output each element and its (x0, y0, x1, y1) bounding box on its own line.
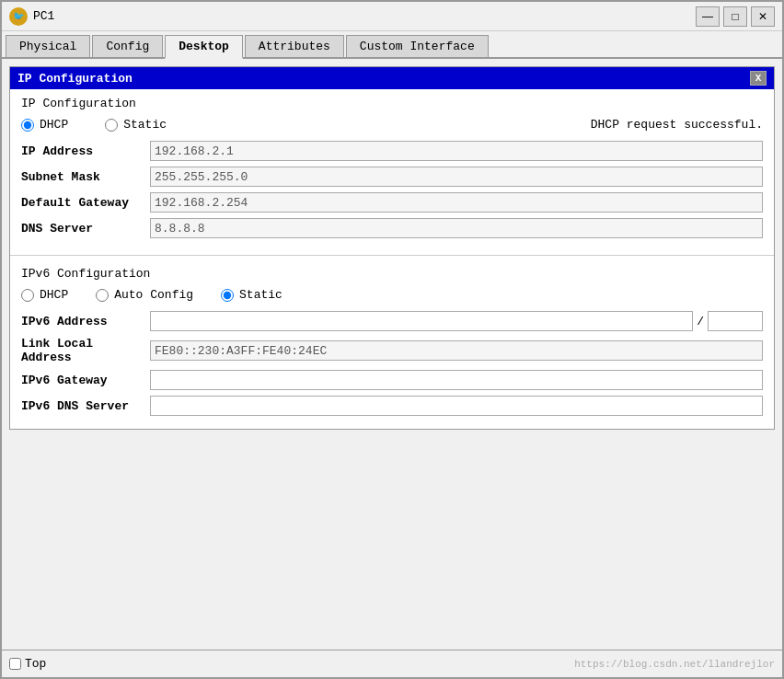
dns-server-row: DNS Server (21, 218, 763, 238)
ipv6-section: IPv6 Configuration DHCP Auto Config Stat… (10, 259, 774, 429)
ip-address-label: IP Address (21, 144, 150, 158)
default-gateway-input[interactable] (150, 192, 763, 213)
dhcp-label: DHCP (40, 118, 68, 132)
watermark: https://blog.csdn.net/llandrejlor (574, 659, 775, 670)
maximize-button[interactable]: □ (723, 6, 747, 27)
ipv6-dns-input[interactable] (150, 396, 763, 416)
ipv6-prefix-input[interactable] (708, 311, 763, 331)
window-controls: — □ ✕ (696, 6, 775, 27)
ipv6-dns-label: IPv6 DNS Server (21, 399, 150, 413)
window-title: PC1 (33, 9, 696, 23)
ipv6-address-label: IPv6 Address (21, 315, 150, 328)
dhcp-radio[interactable] (21, 119, 34, 132)
subnet-mask-row: Subnet Mask (21, 167, 763, 187)
title-bar: 🐦 PC1 — □ ✕ (2, 2, 782, 31)
static-label: Static (123, 118, 167, 132)
ipv6-address-input[interactable] (150, 311, 693, 331)
tab-custom-interface[interactable]: Custom Interface (346, 35, 489, 57)
ipv6-gateway-input[interactable] (150, 370, 763, 390)
panel-title: IP Configuration (17, 72, 133, 86)
tab-bar: Physical Config Desktop Attributes Custo… (2, 31, 782, 59)
main-window: 🐦 PC1 — □ ✕ Physical Config Desktop Attr… (0, 0, 784, 679)
default-gateway-row: Default Gateway (21, 192, 763, 213)
link-local-row: Link Local Address (21, 337, 763, 364)
dns-server-input[interactable] (150, 218, 763, 238)
subnet-mask-input[interactable] (150, 167, 763, 187)
link-local-input[interactable] (150, 340, 763, 361)
link-local-label: Link Local Address (21, 337, 150, 364)
ipv4-section: IP Configuration DHCP Static DHCP reques… (10, 89, 774, 251)
ipv6-dns-row: IPv6 DNS Server (21, 396, 763, 416)
dhcp-radio-label[interactable]: DHCP (21, 118, 68, 132)
bottom-bar: Top https://blog.csdn.net/llandrejlor (2, 650, 782, 677)
default-gateway-label: Default Gateway (21, 196, 150, 210)
static-radio-label[interactable]: Static (105, 118, 167, 132)
app-icon: 🐦 (9, 7, 28, 26)
ipv6-static-radio-label[interactable]: Static (221, 288, 282, 302)
static-radio[interactable] (105, 119, 118, 132)
section-divider (10, 255, 774, 256)
subnet-mask-label: Subnet Mask (21, 170, 150, 184)
ipv6-radio-row: DHCP Auto Config Static (21, 288, 763, 302)
ipv6-static-radio[interactable] (221, 289, 234, 302)
panel-close-button[interactable]: X (750, 71, 767, 86)
ipv6-auto-label: Auto Config (114, 288, 193, 302)
minimize-button[interactable]: — (696, 6, 720, 27)
top-label: Top (25, 657, 46, 671)
top-checkbox-label[interactable]: Top (9, 657, 46, 671)
ipv6-address-inputs: / (150, 311, 763, 331)
dns-server-label: DNS Server (21, 222, 150, 236)
ipv6-dhcp-radio[interactable] (21, 289, 34, 302)
ipv6-static-label: Static (239, 288, 282, 302)
ip-address-row: IP Address (21, 141, 763, 161)
ipv6-auto-radio[interactable] (96, 289, 109, 302)
ipv6-address-row: IPv6 Address / (21, 311, 763, 331)
close-window-button[interactable]: ✕ (751, 6, 775, 27)
ipv6-gateway-row: IPv6 Gateway (21, 370, 763, 390)
ipv6-section-title: IPv6 Configuration (21, 267, 763, 281)
content-area: IP Configuration X IP Configuration DHCP… (2, 59, 782, 650)
tab-attributes[interactable]: Attributes (245, 35, 344, 57)
ipv6-auto-radio-label[interactable]: Auto Config (96, 288, 193, 302)
dhcp-status: DHCP request successful. (591, 118, 763, 132)
ip-config-panel: IP Configuration X IP Configuration DHCP… (9, 66, 775, 430)
ipv4-radio-row: DHCP Static DHCP request successful. (21, 118, 763, 132)
ipv4-section-title: IP Configuration (21, 97, 763, 110)
tab-desktop[interactable]: Desktop (165, 35, 243, 59)
ipv6-dhcp-radio-label[interactable]: DHCP (21, 288, 68, 302)
ipv6-gateway-label: IPv6 Gateway (21, 374, 150, 387)
top-checkbox[interactable] (9, 658, 21, 670)
slash-separator: / (697, 315, 704, 328)
ipv6-dhcp-label: DHCP (40, 288, 68, 302)
tab-config[interactable]: Config (92, 35, 163, 57)
ip-address-input[interactable] (150, 141, 763, 161)
tab-physical[interactable]: Physical (6, 35, 90, 57)
panel-header: IP Configuration X (10, 67, 774, 89)
